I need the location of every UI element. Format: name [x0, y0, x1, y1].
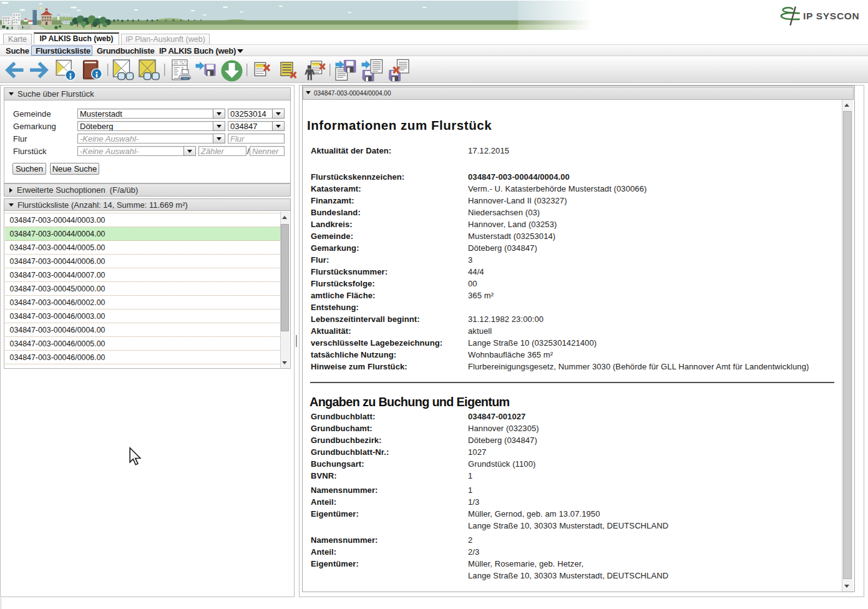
svg-text:IP SYSCON: IP SYSCON	[803, 11, 859, 21]
